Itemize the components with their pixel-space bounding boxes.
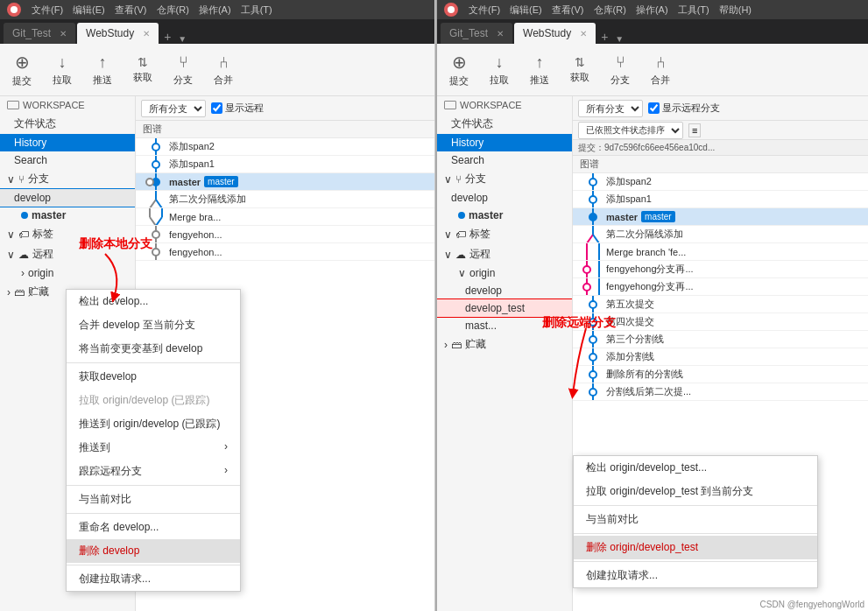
graph-row-0-right[interactable]: 添加span2 [573,173,868,191]
fetch-btn-right[interactable]: ⇅ 获取 [565,52,595,88]
graph-row-1-left[interactable]: 添加span1 [136,156,434,173]
menu-tool-right[interactable]: 工具(T) [678,4,709,15]
pull-btn-right[interactable]: ↓ 拉取 [484,50,514,90]
tab-close-webstudy-left[interactable]: ✕ [143,29,150,39]
sidebar-search-right[interactable]: Search [437,151,572,169]
push-btn-left[interactable]: ↑ 推送 [88,50,117,90]
push-btn-right[interactable]: ↑ 推送 [525,50,554,90]
ctx-delete-right[interactable]: 删除 origin/develop_test [574,536,817,559]
graph-row-6-left[interactable]: fengyehon... [136,243,434,261]
ctx-push-tracked-left[interactable]: 推送到 origin/develop (已跟踪) [67,412,240,436]
remote-check-right[interactable] [648,102,660,114]
tab-close-gittest-left[interactable]: ✕ [60,29,67,39]
tab-arrow-right[interactable]: ▼ [611,34,627,44]
sidebar-origin-develop-right[interactable]: develop [437,282,572,299]
ctx-pr-right[interactable]: 创建拉取请求... [574,564,817,587]
ctx-pushto-left[interactable]: 推送到 [67,436,240,460]
ctx-rebase-left[interactable]: 将当前变更变基到 develop [67,337,240,361]
menu-edit-left[interactable]: 编辑(E) [73,4,105,15]
graph-row-2-left[interactable]: master master [136,173,434,191]
view-toggle-right[interactable]: ≡ [688,123,701,137]
tags-header-right[interactable]: ∨ 🏷 标签 [437,224,572,244]
commit-btn-right[interactable]: ⊕ 提交 [444,48,474,91]
branches-header-left[interactable]: ∨ ⑂ 分支 [0,169,135,189]
tab-add-right[interactable]: + [597,30,611,44]
remotes-header-right[interactable]: ∨ ☁ 远程 [437,244,572,264]
sidebar-search-left[interactable]: Search [0,151,135,169]
graph-row-9-right[interactable]: 第三个分割线 [573,331,868,348]
sidebar-origin-right[interactable]: ∨ origin [437,264,572,282]
graph-row-3-right[interactable]: 第二次分隔线添加 [573,226,868,243]
ctx-checkout-left[interactable]: 检出 develop... [67,290,240,313]
sidebar-history-right[interactable]: History [437,134,572,151]
tab-add-left[interactable]: + [160,30,174,44]
sidebar-master-right[interactable]: master [437,207,572,224]
menu-file-right[interactable]: 文件(F) [469,4,500,15]
graph-row-5-right[interactable]: fengyehong分支再... [573,261,868,278]
tab-close-webstudy-right[interactable]: ✕ [580,29,587,39]
ctx-pull-right[interactable]: 拉取 origin/develop_test 到当前分支 [574,480,817,503]
menu-view-left[interactable]: 查看(V) [115,4,147,15]
menu-help-right[interactable]: 帮助(H) [719,4,752,15]
ctx-compare-right[interactable]: 与当前对比 [574,508,817,531]
menu-repo-right[interactable]: 仓库(R) [594,4,626,15]
sidebar-develop-left[interactable]: develop [0,189,135,207]
menu-edit-right[interactable]: 编辑(E) [510,4,542,15]
menu-bar-right[interactable]: 文件(F) 编辑(E) 查看(V) 仓库(R) 操作(A) 工具(T) 帮助(H… [465,4,755,17]
sidebar-origin-left[interactable]: › origin [0,264,135,282]
sort-select-right[interactable]: 已依照文件状态排序 [578,122,683,139]
ctx-pull-tracked-left[interactable]: 拉取 origin/develop (已跟踪) [67,389,240,412]
branch-filter-right[interactable]: 所有分支 [578,100,643,117]
ctx-pr-left[interactable]: 创建拉取请求... [67,567,240,591]
remote-check-left[interactable] [211,102,222,114]
commit-btn-left[interactable]: ⊕ 提交 [7,48,37,91]
graph-row-3-left[interactable]: 第二次分隔线添加 [136,191,434,208]
menu-bar-left[interactable]: 文件(F) 编辑(E) 查看(V) 仓库(R) 操作(A) 工具(T) [28,4,276,17]
menu-repo-left[interactable]: 仓库(R) [157,4,189,15]
tags-header-left[interactable]: ∨ 🏷 标签 [0,224,135,244]
show-remote-checkbox-right[interactable]: 显示远程分支 [648,102,720,115]
ctx-fetch-left[interactable]: 获取develop [67,365,240,389]
sidebar-history-left[interactable]: History [0,134,135,151]
ctx-checkout-right[interactable]: 检出 origin/develop_test... [574,456,817,480]
graph-row-7-right[interactable]: 第五次提交 [573,296,868,313]
graph-row-12-right[interactable]: 分割线后第二次提... [573,383,868,401]
merge-btn-right[interactable]: ⑃ 合并 [646,50,675,90]
tab-close-gittest-right[interactable]: ✕ [497,29,504,39]
branch-btn-right[interactable]: ⑂ 分支 [605,50,635,90]
tab-webstudy-left[interactable]: WebStudy ✕ [77,23,159,44]
menu-action-left[interactable]: 操作(A) [199,4,231,15]
branch-filter-left[interactable]: 所有分支 [141,100,206,117]
tab-gittest-left[interactable]: Git_Test ✕ [4,23,75,44]
pull-btn-left[interactable]: ↓ 拉取 [47,50,77,90]
menu-file-left[interactable]: 文件(F) [32,4,63,15]
ctx-delete-left[interactable]: 删除 develop [67,539,240,563]
ctx-track-left[interactable]: 跟踪远程分支 [67,460,240,483]
ctx-merge-left[interactable]: 合并 develop 至当前分支 [67,313,240,337]
fetch-btn-left[interactable]: ⇅ 获取 [128,52,158,88]
graph-row-1-right[interactable]: 添加span1 [573,191,868,208]
branches-header-right[interactable]: ∨ ⑂ 分支 [437,169,572,189]
graph-row-11-right[interactable]: 删除所有的分割线 [573,366,868,383]
sidebar-origin-develop-test-right[interactable]: develop_test [437,299,572,317]
tab-webstudy-right[interactable]: WebStudy ✕ [514,23,596,44]
menu-tool-left[interactable]: 工具(T) [241,4,272,15]
graph-row-10-right[interactable]: 添加分割线 [573,348,868,366]
graph-row-4-right[interactable]: Merge branch 'fe... [573,243,868,261]
show-remote-checkbox-left[interactable]: 显示远程 [211,102,264,115]
tab-arrow-left[interactable]: ▼ [174,34,190,44]
graph-row-5-left[interactable]: fengyehon... [136,226,434,243]
sidebar-file-status-left[interactable]: 文件状态 [0,114,135,134]
tab-gittest-right[interactable]: Git_Test ✕ [441,23,512,44]
sidebar-develop-right[interactable]: develop [437,189,572,207]
menu-action-right[interactable]: 操作(A) [636,4,668,15]
remotes-header-left[interactable]: ∨ ☁ 远程 [0,244,135,264]
menu-view-right[interactable]: 查看(V) [552,4,584,15]
ctx-compare-left[interactable]: 与当前对比 [67,488,240,511]
sidebar-master-left[interactable]: master [0,207,135,224]
graph-row-4-left[interactable]: Merge bra... [136,208,434,226]
branch-btn-left[interactable]: ⑂ 分支 [168,50,198,90]
graph-row-0-left[interactable]: 添加span2 [136,138,434,156]
sidebar-file-status-right[interactable]: 文件状态 [437,114,572,134]
graph-row-2-right[interactable]: master master [573,208,868,226]
